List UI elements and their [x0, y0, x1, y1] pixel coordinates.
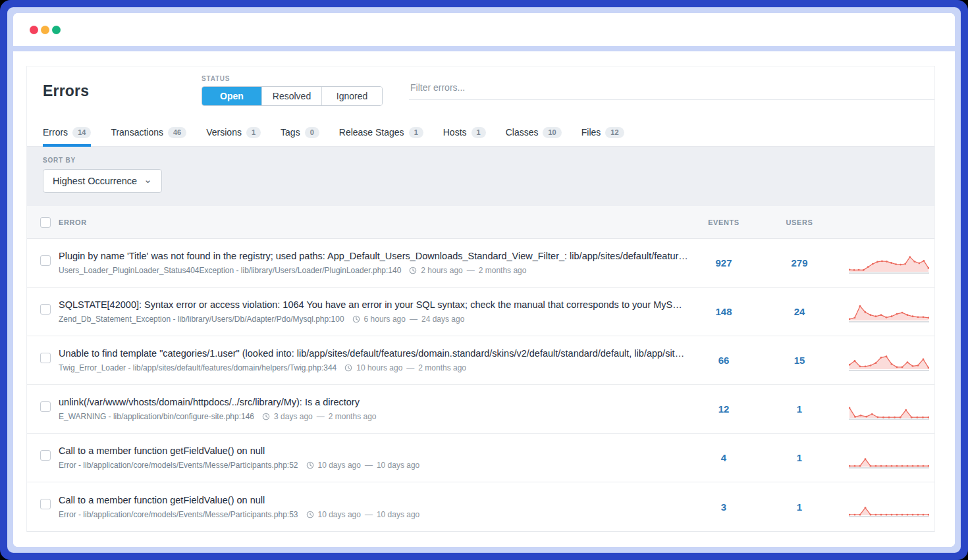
date-range-dash: — [365, 461, 373, 470]
filter-errors-input[interactable] [409, 80, 934, 100]
row-checkbox[interactable] [40, 450, 51, 461]
error-class-location[interactable]: Twig_Error_Loader - lib/app/sites/defaul… [59, 363, 336, 372]
date-range-dash: — [406, 363, 414, 372]
clock-icon [306, 511, 314, 519]
events-column-header: EVENTS [697, 218, 750, 226]
sort-by-label: SORT BY [43, 157, 934, 164]
error-title[interactable]: Unable to find template "categories/1.us… [59, 348, 697, 359]
tab-label: Tags [281, 127, 300, 138]
filter-wrap [409, 80, 934, 100]
error-meta: Users_Loader_PluginLoader_Status404Excep… [59, 266, 697, 275]
first-seen-time: 3 days ago [274, 412, 313, 421]
tab-item[interactable]: Release Stages 1 [339, 122, 423, 147]
tab-item[interactable]: Transactions 46 [111, 122, 186, 147]
events-count[interactable]: 12 [697, 403, 750, 415]
first-seen-time: 10 days ago [318, 510, 361, 519]
minimize-window-icon[interactable] [41, 26, 49, 34]
table-row[interactable]: Plugin by name 'Title' was not found in … [27, 239, 934, 288]
last-seen-time: 10 days ago [377, 510, 419, 519]
error-meta: Zend_Db_Statement_Exception - lib/librar… [59, 315, 697, 324]
events-count[interactable]: 927 [697, 257, 750, 268]
select-all-checkbox[interactable] [40, 217, 51, 228]
error-class-location[interactable]: Users_Loader_PluginLoader_Status404Excep… [59, 266, 401, 275]
status-option-button[interactable]: Ignored [322, 87, 382, 105]
last-seen-time: 2 months ago [329, 412, 377, 421]
error-cell: Call to a member function getFieldValue(… [59, 445, 697, 470]
users-column-header: USERS [750, 218, 849, 226]
last-seen-time: 10 days ago [377, 461, 419, 470]
error-meta: Twig_Error_Loader - lib/app/sites/defaul… [59, 363, 697, 372]
maximize-window-icon[interactable] [52, 26, 61, 34]
row-checkbox[interactable] [40, 401, 51, 412]
error-title[interactable]: unlink(/var/www/vhosts/domain/httpdocs/.… [59, 397, 697, 407]
titlebar-divider [13, 46, 955, 51]
users-count[interactable]: 15 [750, 355, 849, 366]
events-count[interactable]: 3 [697, 501, 750, 513]
tab-count-badge: 1 [246, 127, 261, 138]
clock-icon [344, 364, 352, 372]
row-checkbox[interactable] [40, 255, 51, 266]
last-seen-time: 2 months ago [418, 363, 466, 372]
status-option-button[interactable]: Resolved [262, 87, 322, 105]
table-row[interactable]: Unable to find template "categories/1.us… [27, 336, 934, 385]
row-checkbox[interactable] [40, 499, 51, 509]
tab-label: Release Stages [339, 127, 404, 138]
error-class-location[interactable]: Error - lib/application/core/models/Even… [59, 510, 298, 519]
sparkline-chart [849, 396, 929, 422]
error-class-location[interactable]: Zend_Db_Statement_Exception - lib/librar… [59, 315, 344, 324]
error-title[interactable]: Call to a member function getFieldValue(… [59, 445, 697, 456]
error-table-body: Plugin by name 'Title' was not found in … [27, 239, 934, 531]
row-checkbox[interactable] [40, 304, 51, 315]
error-class-location[interactable]: Error - lib/application/core/models/Even… [59, 461, 298, 470]
tab-label: Errors [43, 127, 68, 138]
table-row[interactable]: Call to a member function getFieldValue(… [27, 482, 934, 531]
events-count[interactable]: 148 [697, 306, 750, 317]
close-window-icon[interactable] [30, 26, 38, 34]
error-class-location[interactable]: E_WARNING - lib/application/bin/configur… [59, 412, 254, 421]
row-checkbox[interactable] [40, 353, 51, 363]
tab-count-badge: 1 [409, 127, 423, 138]
error-title[interactable]: Plugin by name 'Title' was not found in … [59, 251, 697, 261]
tab-item[interactable]: Classes 10 [506, 122, 562, 147]
tab-count-badge: 12 [605, 127, 624, 138]
tab-item[interactable]: Hosts 1 [443, 122, 486, 147]
tab-item[interactable]: Files 12 [581, 122, 624, 147]
date-range-dash: — [467, 266, 475, 275]
status-option-label: Resolved [273, 91, 311, 101]
error-column-header: ERROR [59, 218, 697, 226]
sort-dropdown[interactable]: Highest Occurrence ⌄ [43, 169, 162, 193]
clock-icon [306, 461, 314, 469]
tab-count-badge: 46 [168, 127, 186, 138]
users-count[interactable]: 279 [750, 257, 849, 268]
table-row[interactable]: unlink(/var/www/vhosts/domain/httpdocs/.… [27, 385, 934, 434]
table-row[interactable]: SQLSTATE[42000]: Syntax error or access … [27, 288, 934, 336]
events-count[interactable]: 4 [697, 452, 750, 463]
tab-label: Files [581, 127, 601, 138]
date-range-dash: — [317, 412, 325, 421]
sparkline-chart [849, 299, 929, 325]
last-seen-time: 24 days ago [421, 315, 464, 324]
status-option-button[interactable]: Open [202, 87, 262, 105]
error-title[interactable]: Call to a member function getFieldValue(… [59, 495, 697, 505]
tab-item[interactable]: Versions 1 [206, 122, 261, 147]
events-count[interactable]: 66 [697, 355, 750, 366]
app-frame: Errors STATUS Open Resolved Ignored Erro… [0, 0, 968, 560]
table-row[interactable]: Call to a member function getFieldValue(… [27, 434, 934, 482]
sparkline-chart [849, 494, 929, 520]
frame-inner-border: Errors STATUS Open Resolved Ignored Erro… [7, 7, 961, 553]
errors-panel: Errors STATUS Open Resolved Ignored Erro… [26, 66, 935, 532]
tab-item[interactable]: Tags 0 [281, 122, 319, 147]
browser-window: Errors STATUS Open Resolved Ignored Erro… [13, 13, 955, 547]
users-count[interactable]: 1 [750, 452, 849, 463]
error-title[interactable]: SQLSTATE[42000]: Syntax error or access … [59, 299, 697, 310]
users-count[interactable]: 24 [750, 306, 849, 317]
first-seen-time: 6 hours ago [364, 315, 406, 324]
users-count[interactable]: 1 [750, 501, 849, 513]
tab-item[interactable]: Errors 14 [43, 122, 91, 147]
users-count[interactable]: 1 [750, 403, 849, 415]
tab-count-badge: 1 [471, 127, 486, 138]
tab-bar: Errors 14 Transactions 46 Versions 1 Tag… [27, 122, 934, 147]
chevron-down-icon: ⌄ [144, 176, 152, 183]
first-seen-time: 10 hours ago [356, 363, 402, 372]
status-label: STATUS [202, 75, 383, 82]
